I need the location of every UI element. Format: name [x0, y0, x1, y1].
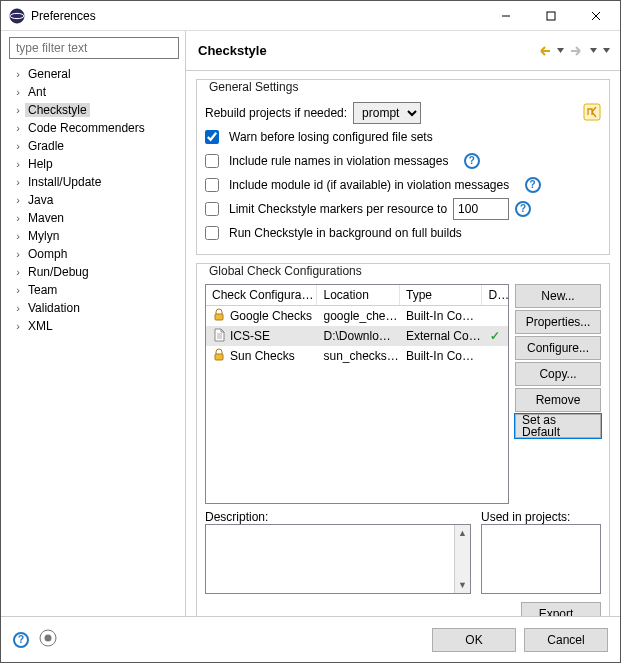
scroll-down-icon[interactable]: ▼: [455, 577, 470, 593]
tree-item[interactable]: ›Install/Update: [5, 173, 181, 191]
config-location: sun_checks…: [317, 349, 400, 363]
col-default[interactable]: D…: [482, 285, 508, 305]
rule-names-checkbox[interactable]: [205, 154, 219, 168]
tree-item-label: Gradle: [25, 139, 67, 153]
tree-item[interactable]: ›General: [5, 65, 181, 83]
tree-item[interactable]: ›Ant: [5, 83, 181, 101]
filter-input[interactable]: [9, 37, 179, 59]
config-location: google_che…: [317, 309, 400, 323]
dialog-footer: ? OK Cancel: [1, 616, 620, 662]
rule-names-label: Include rule names in violation messages: [229, 154, 448, 168]
remove-button[interactable]: Remove: [515, 388, 601, 412]
tree-item[interactable]: ›Validation: [5, 299, 181, 317]
help-button[interactable]: ?: [13, 632, 29, 648]
export-button[interactable]: Export...: [521, 602, 601, 616]
background-label: Run Checkstyle in background on full bui…: [229, 226, 462, 240]
back-menu[interactable]: [555, 45, 566, 56]
used-in-projects-box[interactable]: [481, 524, 601, 594]
chevron-right-icon: ›: [11, 212, 25, 224]
new-button[interactable]: New...: [515, 284, 601, 308]
copy-button[interactable]: Copy...: [515, 362, 601, 386]
tree-item-label: XML: [25, 319, 56, 333]
config-type: External Co…: [400, 329, 483, 343]
limit-checkbox[interactable]: [205, 202, 219, 216]
global-configs-group: Global Check Configurations Check Config…: [196, 263, 610, 616]
module-id-checkbox[interactable]: [205, 178, 219, 192]
limit-input[interactable]: [453, 198, 509, 220]
rebuild-select[interactable]: prompt: [353, 102, 421, 124]
config-default: ✓: [482, 329, 508, 343]
table-row[interactable]: Google Checksgoogle_che…Built-In Co…: [206, 306, 508, 326]
tree-item-label: Code Recommenders: [25, 121, 148, 135]
tree-item[interactable]: ›Java: [5, 191, 181, 209]
used-in-projects-label: Used in projects:: [481, 510, 601, 524]
chevron-right-icon: ›: [11, 230, 25, 242]
cancel-button[interactable]: Cancel: [524, 628, 608, 652]
module-id-label: Include module id (if available) in viol…: [229, 178, 509, 192]
lock-icon: [212, 348, 226, 365]
description-textarea[interactable]: [206, 525, 454, 593]
maximize-button[interactable]: [528, 1, 573, 30]
background-checkbox[interactable]: [205, 226, 219, 240]
set-default-button[interactable]: Set as Default: [515, 414, 601, 438]
tree-item-label: Oomph: [25, 247, 70, 261]
col-location[interactable]: Location: [317, 285, 400, 305]
forward-button[interactable]: [568, 42, 586, 60]
tree-item[interactable]: ›Checkstyle: [5, 101, 181, 119]
chevron-right-icon: ›: [11, 302, 25, 314]
scrollbar[interactable]: ▲ ▼: [454, 525, 470, 593]
tree-item[interactable]: ›Maven: [5, 209, 181, 227]
chevron-right-icon: ›: [11, 320, 25, 332]
tree-item[interactable]: ›XML: [5, 317, 181, 335]
tree-item-label: Validation: [25, 301, 83, 315]
preferences-tree[interactable]: ›General›Ant›Checkstyle›Code Recommender…: [5, 65, 181, 335]
table-row[interactable]: Sun Checkssun_checks…Built-In Co…: [206, 346, 508, 366]
col-name[interactable]: Check Configura…: [206, 285, 317, 305]
ok-button[interactable]: OK: [432, 628, 516, 652]
config-type: Built-In Co…: [400, 309, 483, 323]
global-configs-title: Global Check Configurations: [205, 264, 366, 278]
back-button[interactable]: [535, 42, 553, 60]
help-icon[interactable]: ?: [515, 201, 531, 217]
oomph-record-icon[interactable]: [39, 629, 57, 650]
minimize-button[interactable]: [483, 1, 528, 30]
properties-button[interactable]: Properties...: [515, 310, 601, 334]
tree-item[interactable]: ›Oomph: [5, 245, 181, 263]
warn-checkbox[interactable]: [205, 130, 219, 144]
help-icon[interactable]: ?: [464, 153, 480, 169]
tree-item-label: Help: [25, 157, 56, 171]
close-button[interactable]: [573, 1, 618, 30]
tree-item[interactable]: ›Run/Debug: [5, 263, 181, 281]
configs-table[interactable]: Check Configura… Location Type D… Google…: [205, 284, 509, 504]
warn-label: Warn before losing configured file sets: [229, 130, 433, 144]
tree-item[interactable]: ›Help: [5, 155, 181, 173]
config-location: D:\Downlo…: [317, 329, 400, 343]
announce-icon[interactable]: [583, 103, 601, 124]
svg-point-13: [45, 635, 52, 642]
col-type[interactable]: Type: [400, 285, 483, 305]
description-box[interactable]: ▲ ▼: [205, 524, 471, 594]
chevron-right-icon: ›: [11, 140, 25, 152]
chevron-right-icon: ›: [11, 158, 25, 170]
window-title: Preferences: [31, 9, 483, 23]
chevron-right-icon: ›: [11, 68, 25, 80]
scroll-up-icon[interactable]: ▲: [455, 525, 470, 541]
app-icon: [9, 8, 25, 24]
svg-rect-11: [215, 354, 223, 360]
tree-item-label: General: [25, 67, 74, 81]
table-row[interactable]: ICS-SED:\Downlo…External Co…✓: [206, 326, 508, 346]
tree-item[interactable]: ›Team: [5, 281, 181, 299]
help-icon[interactable]: ?: [525, 177, 541, 193]
titlebar: Preferences: [1, 1, 620, 31]
view-menu[interactable]: [601, 45, 612, 56]
preferences-sidebar: ›General›Ant›Checkstyle›Code Recommender…: [1, 31, 186, 616]
tree-item[interactable]: ›Code Recommenders: [5, 119, 181, 137]
forward-menu[interactable]: [588, 45, 599, 56]
configure-button[interactable]: Configure...: [515, 336, 601, 360]
general-settings-title: General Settings: [205, 80, 302, 94]
file-icon: [212, 328, 226, 345]
page-title: Checkstyle: [198, 43, 535, 58]
tree-item[interactable]: ›Mylyn: [5, 227, 181, 245]
svg-point-0: [10, 9, 24, 23]
tree-item[interactable]: ›Gradle: [5, 137, 181, 155]
